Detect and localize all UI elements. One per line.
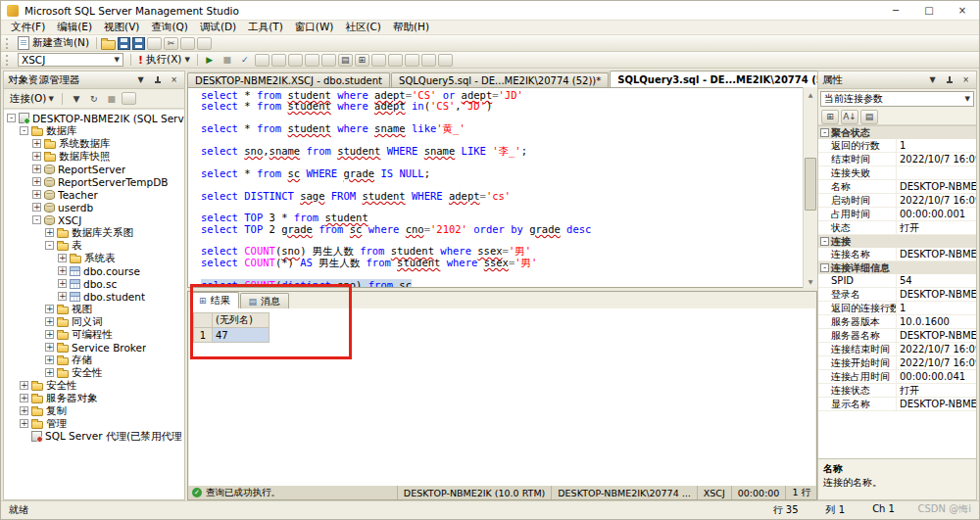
tree-expander-icon[interactable]: + <box>32 165 41 173</box>
group-expander-icon[interactable]: - <box>820 237 829 246</box>
grid-corner-cell[interactable] <box>194 313 213 328</box>
print-icon[interactable] <box>147 37 162 50</box>
tree-expander-icon[interactable]: + <box>45 317 54 326</box>
tree-expander-icon[interactable]: + <box>45 368 54 377</box>
tree-item[interactable]: -表 <box>4 239 184 252</box>
result-cell[interactable]: 47 <box>213 328 270 343</box>
property-row[interactable]: 占用时间00:00:00.001 <box>818 208 976 221</box>
categorize-icon[interactable]: ⊞ <box>821 110 839 124</box>
save-icon[interactable] <box>118 37 130 50</box>
menu-item[interactable]: 窗口(W) <box>289 21 340 34</box>
code-line[interactable]: select COUNT(*) AS 男生人数 from student whe… <box>201 258 802 268</box>
open-file-icon[interactable] <box>101 40 116 50</box>
tree-expander-icon[interactable]: - <box>32 215 41 224</box>
tree-expander-icon[interactable]: + <box>58 292 67 301</box>
tree-item[interactable]: SQL Server 代理(已禁用代理 XP) <box>4 430 184 443</box>
tree-item[interactable]: +dbo.sc <box>4 277 184 290</box>
tree-item[interactable]: +数据库关系图 <box>4 226 184 239</box>
results-to-file-icon[interactable] <box>371 54 386 67</box>
tree-expander-icon[interactable]: + <box>45 330 54 339</box>
property-group[interactable]: -连接 <box>818 235 976 248</box>
include-actual-plan-icon[interactable] <box>305 54 319 67</box>
property-row[interactable]: 连接名称DESKTOP-NBME2IK <box>818 248 976 261</box>
scrollbar-thumb[interactable] <box>805 158 816 211</box>
code-line[interactable]: select * from student where sname like'黄… <box>201 123 802 134</box>
tree-item[interactable]: +系统表 <box>4 252 184 264</box>
tree-expander-icon[interactable]: - <box>20 126 28 135</box>
tree-item[interactable]: +dbo.student <box>4 290 184 303</box>
tree-item[interactable]: +服务器对象 <box>4 392 184 404</box>
tree-expander-icon[interactable]: + <box>32 139 41 148</box>
tree-item[interactable]: +视图 <box>4 303 184 315</box>
scroll-down-icon[interactable]: ▼ <box>804 274 817 288</box>
tree-item[interactable]: +同义词 <box>4 315 184 328</box>
code-line[interactable]: select sno,sname from student WHERE snam… <box>201 146 802 157</box>
tree-item[interactable]: +安全性 <box>4 379 184 392</box>
menu-item[interactable]: 工具(T) <box>242 21 289 34</box>
property-row[interactable]: 显示名称DESKTOP-NBME2IK <box>818 398 976 411</box>
menu-item[interactable]: 编辑(E) <box>51 21 98 34</box>
debug-run-icon[interactable]: ▶ <box>202 53 218 67</box>
property-group[interactable]: -连接详细信息 <box>818 261 976 274</box>
tree-item[interactable]: +复制 <box>4 404 184 417</box>
tree-item[interactable]: +ReportServerTempDB <box>4 175 184 188</box>
minimize-button[interactable]: ─ <box>879 1 912 20</box>
tree-expander-icon[interactable]: + <box>58 254 67 262</box>
outdent-icon[interactable] <box>438 54 453 67</box>
tree-item[interactable]: +userdb <box>4 201 184 213</box>
close-icon[interactable]: × <box>959 73 972 86</box>
document-tab[interactable]: SQLQuery5.sql - DE...ME2IK\20774 (52))* <box>391 72 609 87</box>
property-row[interactable]: 连接结束时间2022/10/7 16:09:28 <box>818 343 976 356</box>
pin-icon[interactable] <box>151 73 164 86</box>
cut-icon[interactable]: ✂ <box>164 37 178 50</box>
execute-button[interactable]: ! 执行(X) ▼ <box>134 53 194 68</box>
connect-button[interactable]: 连接(O) ▼ <box>7 92 57 106</box>
tree-expander-icon[interactable]: + <box>32 203 41 212</box>
property-row[interactable]: 服务器版本10.0.1600 <box>818 315 976 329</box>
tree-expander-icon[interactable]: + <box>32 177 41 186</box>
messages-tab[interactable]: ▤ 消息 <box>240 293 290 308</box>
results-tab[interactable]: ⊞ 结果 <box>190 292 239 308</box>
comment-icon[interactable] <box>388 54 403 67</box>
tree-item[interactable]: +数据库快照 <box>4 150 184 163</box>
properties-object-selector[interactable]: 当前连接参数 ▼ <box>820 91 974 107</box>
sort-alphabetical-icon[interactable]: A↓ <box>841 110 858 124</box>
tree-expander-icon[interactable]: - <box>45 241 54 250</box>
property-group[interactable]: -聚合状态 <box>818 126 976 139</box>
tree-expander-icon[interactable]: + <box>20 381 28 390</box>
tree-item[interactable]: +ReportServer <box>4 163 184 175</box>
refresh-icon[interactable]: ↻ <box>86 92 102 106</box>
tree-item[interactable]: +Service Broker <box>4 341 184 354</box>
tree-item[interactable]: -数据库 <box>4 124 184 137</box>
menu-item[interactable]: 社区(C) <box>339 21 387 34</box>
tree-item[interactable]: +Teacher <box>4 188 184 201</box>
menu-item[interactable]: 视图(V) <box>98 21 145 34</box>
property-row[interactable]: 返回的连接行数1 <box>818 302 976 315</box>
code-line[interactable]: select * from student where adept in('CS… <box>201 101 802 112</box>
tree-item[interactable]: +存储 <box>4 354 184 366</box>
column-header[interactable]: (无列名) <box>213 313 270 328</box>
tree-expander-icon[interactable]: + <box>20 406 28 415</box>
property-row[interactable]: 状态打开 <box>818 221 976 235</box>
property-row[interactable]: 登录名DESKTOP-NBME2IK <box>818 288 976 302</box>
stop-refresh-icon[interactable]: ■ <box>104 92 120 106</box>
close-icon[interactable]: × <box>168 73 180 86</box>
close-button[interactable]: × <box>946 1 979 20</box>
save-all-icon[interactable] <box>132 37 145 50</box>
editor-scrollbar[interactable]: ▲ ▼ <box>803 87 817 288</box>
database-selector[interactable]: XSCJ ▼ <box>18 53 123 67</box>
tree-expander-icon[interactable]: + <box>32 152 41 161</box>
tree-expander-icon[interactable]: + <box>45 305 54 313</box>
scroll-up-icon[interactable]: ▲ <box>804 87 817 101</box>
pin-icon[interactable] <box>943 73 956 86</box>
property-row[interactable]: SPID54 <box>818 274 976 288</box>
row-header[interactable]: 1 <box>194 328 213 343</box>
property-pages-icon[interactable]: ▤ <box>860 110 878 124</box>
property-row[interactable]: 服务器名称DESKTOP-NBME2IK <box>818 329 976 343</box>
property-row[interactable]: 返回的行数1 <box>818 139 976 153</box>
filter-icon[interactable]: ▼ <box>69 92 84 106</box>
chevron-down-icon[interactable]: ▼ <box>926 73 939 86</box>
property-row[interactable]: 连接状态打开 <box>818 384 976 398</box>
intellisense-icon[interactable] <box>288 54 303 67</box>
menu-item[interactable]: 文件(F) <box>5 21 51 34</box>
